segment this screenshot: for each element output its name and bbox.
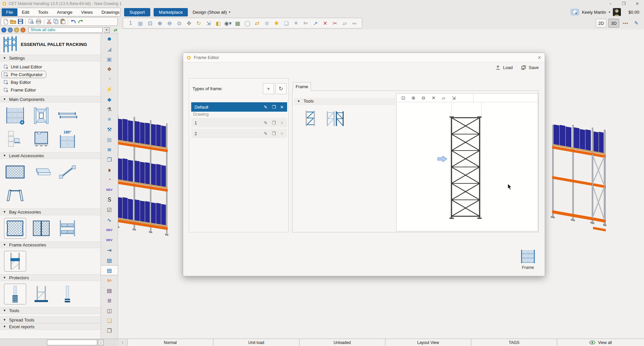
duplicate-icon[interactable]: ❐ (272, 120, 276, 125)
frame-type-row-default[interactable]: Default ✎ ❐ ✕ (191, 102, 287, 112)
support-button[interactable]: Support (124, 8, 150, 16)
edit-icon[interactable]: ✎ (264, 105, 268, 110)
tab-frame[interactable]: Frame (293, 82, 311, 91)
dialog-titlebar[interactable]: Frame Editor ✕ (183, 53, 545, 62)
unlink-icon[interactable]: ∾ (350, 18, 359, 28)
design-dropdown[interactable]: Design (Show all) ▾ (193, 10, 230, 15)
community-icon[interactable]: ☻ (101, 34, 118, 44)
section-frame-accessories[interactable]: ▼ Frame Accessories (0, 241, 101, 248)
frame-drawing-area[interactable]: ⊡⊕⊖✕▱⇲ (396, 93, 538, 231)
stepper-button[interactable]: ↕ (98, 340, 104, 345)
save-button[interactable]: Save (521, 65, 539, 70)
tile-mesh-double-panel[interactable] (30, 218, 52, 239)
tile-rack-rotate-180[interactable]: 180° (56, 129, 78, 150)
tile-bin-levels[interactable] (56, 218, 78, 239)
edit-icon[interactable]: ✎ (264, 131, 268, 136)
sketch-s-icon[interactable]: S (101, 195, 118, 205)
layers-3d-icon[interactable]: ≋ (101, 145, 118, 155)
sidebar-item-pre-configurator[interactable]: Pre Configurator (1, 71, 46, 78)
menu-drawings[interactable]: Drawings (97, 8, 124, 16)
levels-purple-icon[interactable]: ≣ (101, 295, 118, 305)
truck-icon[interactable]: ∎ (101, 165, 118, 175)
quick-search-input[interactable] (47, 340, 97, 345)
report-binoculars-icon[interactable]: ❐ (101, 326, 118, 336)
section-excel-reports[interactable]: ▼ Excel reports (0, 323, 101, 330)
tile-bay-opening[interactable] (30, 105, 52, 126)
tile-a-frame[interactable] (4, 185, 26, 206)
dev-psd-icon[interactable]: DEV (101, 225, 118, 235)
zoom-in-icon[interactable]: ⊕ (409, 94, 418, 102)
marketplace-button[interactable]: Marketplace (154, 8, 188, 16)
user-chevron-down-icon[interactable]: ▾ (609, 10, 610, 14)
drawing-row-2[interactable]: 2 ✎ ❐ ✕ (191, 129, 287, 138)
tile-panel-deck[interactable] (30, 162, 52, 182)
delete-icon[interactable]: ✕ (320, 18, 330, 28)
ellipse-tool-icon[interactable]: ◯ (243, 18, 252, 28)
new-file-icon[interactable] (3, 19, 8, 24)
section-level-accessories[interactable]: ▼ Level Accessories (0, 152, 101, 159)
status-normal[interactable]: Normal (127, 339, 213, 346)
delete-icon[interactable]: ✕ (429, 94, 438, 102)
monitor-graph-icon[interactable]: ∿ (101, 215, 118, 225)
zoom-out-icon[interactable]: ⊖ (165, 18, 174, 28)
tile-unit-load[interactable] (30, 129, 52, 150)
tool-frame-bracing[interactable] (305, 110, 316, 127)
render-image-icon[interactable]: ▩ (233, 18, 243, 28)
dimension-icon[interactable]: ⇲ (449, 94, 459, 102)
block-3d-icon[interactable]: ▣ (101, 54, 118, 64)
menu-views[interactable]: Views (77, 8, 97, 16)
print-preview-icon[interactable] (28, 19, 34, 24)
status-unit-load[interactable]: Unit load (213, 339, 299, 346)
actual-scale-icon[interactable]: 1 (126, 18, 136, 28)
close-button[interactable]: ✕ (631, 0, 644, 7)
duplicate-icon[interactable]: ❐ (272, 131, 276, 136)
flask-icon[interactable]: ⚗ (101, 104, 118, 114)
trim-icon[interactable]: ✄ (301, 18, 311, 28)
cut-move-icon[interactable]: ✂ (330, 18, 340, 28)
select-list-icon[interactable]: ≡ (291, 18, 301, 28)
copy-icon[interactable] (53, 19, 59, 24)
qa-icon[interactable]: QA (101, 275, 118, 285)
zoom-extents-icon[interactable]: ⊡ (145, 18, 155, 28)
frame-result-thumb[interactable]: Frame (518, 249, 538, 270)
paste-icon[interactable] (60, 19, 65, 24)
wrench-icon[interactable]: ⚒ (101, 124, 118, 134)
export-save-icon[interactable]: ⇥ (101, 245, 118, 255)
show-all-tabs-select[interactable]: Show all tabs (28, 27, 103, 33)
favorite-new-icon[interactable]: ✱ (272, 18, 281, 28)
collapse-all-icon[interactable]: ↓ (1, 27, 6, 33)
catalog-search-icon[interactable]: ❒ (101, 155, 118, 165)
fit-view-icon[interactable]: ⇲ (204, 18, 213, 28)
levels-stack-icon[interactable]: ≡ (101, 114, 118, 124)
wedge-3d-icon[interactable]: ◢ (101, 44, 118, 54)
tile-mesh-deck[interactable] (4, 162, 26, 182)
menu-edit[interactable]: Edit (17, 8, 34, 16)
status-tags[interactable]: TAGS (471, 339, 557, 346)
grid-wrench-icon[interactable]: ▦ (101, 134, 118, 145)
view-2d-button[interactable]: 2D (596, 19, 606, 27)
load-button[interactable]: Load (496, 65, 513, 70)
lockers-icon[interactable]: ◫ (101, 305, 118, 315)
dialog-close-icon[interactable]: ✕ (537, 55, 541, 60)
annotate-pencil-icon[interactable]: ✎ (632, 19, 641, 27)
flip-arrows-icon[interactable]: ⇄ (252, 18, 262, 28)
section-settings[interactable]: ▼ Settings (0, 55, 101, 61)
gauge-icon[interactable]: ◔ (101, 175, 118, 185)
menu-tools[interactable]: Tools (34, 8, 52, 16)
snap-icon[interactable]: ◧ (213, 18, 223, 28)
tile-column-guard[interactable] (4, 284, 26, 304)
menu-file[interactable]: File (2, 8, 17, 16)
dev-gear-icon[interactable]: DEV (101, 235, 118, 245)
section-main-components[interactable]: ▼ Main Components (0, 96, 101, 103)
tile-frame-protector[interactable] (30, 284, 52, 304)
level-list-icon[interactable]: ≣ (262, 18, 272, 28)
rotate-view-icon[interactable]: ↻ (194, 18, 204, 28)
dev-fish-icon[interactable]: DEV (101, 185, 118, 195)
zoom-in-icon[interactable]: ⊕ (155, 18, 165, 28)
duplicate-icon[interactable]: ❐ (272, 105, 276, 110)
add-frame-type-button[interactable]: + (263, 83, 274, 94)
edit-icon[interactable]: ✎ (264, 120, 268, 125)
camera-views-icon[interactable]: ◉▾ (223, 18, 233, 28)
user-name[interactable]: Keely Martin (582, 10, 606, 15)
measure-icon[interactable]: ▱ (439, 94, 448, 102)
